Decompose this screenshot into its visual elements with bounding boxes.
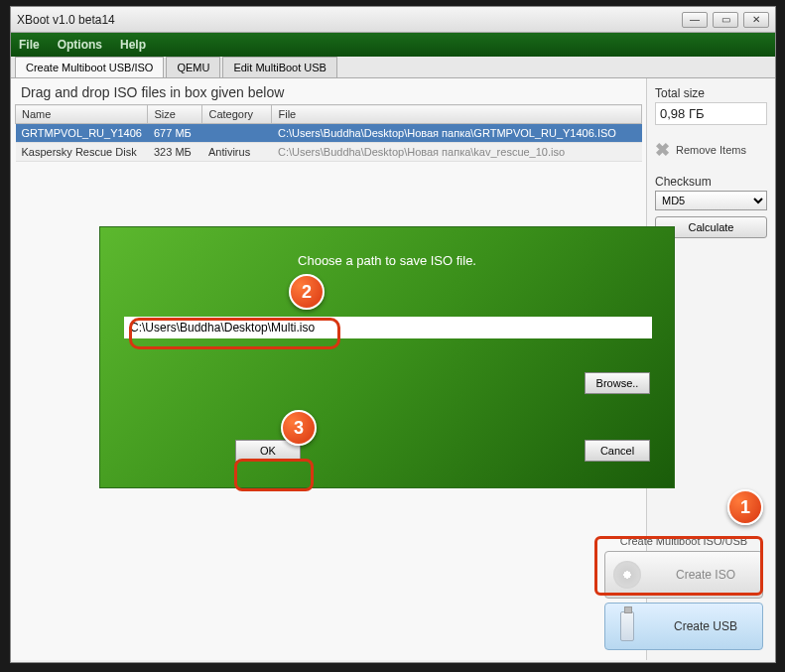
usb-icon: [605, 611, 649, 641]
cancel-button[interactable]: Cancel: [585, 440, 650, 462]
create-usb-button[interactable]: Create USB: [604, 603, 763, 650]
cell-size: 677 МБ: [148, 124, 202, 143]
cell-category: Antivirus: [202, 143, 272, 162]
table-header-row: Name Size Category File: [16, 105, 642, 124]
cell-file: C:\Users\Buddha\Desktop\Новая папка\kav_…: [272, 143, 642, 162]
col-name[interactable]: Name: [16, 105, 148, 124]
save-iso-dialog: Choose a path to save ISO file. Browse..…: [99, 226, 675, 488]
remove-items-button[interactable]: ✖ Remove Items: [655, 139, 767, 161]
step-marker-3: 3: [281, 410, 317, 446]
checksum-label: Checksum: [655, 175, 767, 189]
step-marker-1: 1: [727, 489, 763, 525]
step-marker-2: 2: [289, 274, 325, 310]
minimize-button[interactable]: —: [682, 12, 708, 28]
remove-icon: ✖: [655, 139, 670, 161]
tab-edit[interactable]: Edit MultiBoot USB: [222, 57, 337, 77]
window-buttons: — ▭ ✕: [682, 12, 769, 28]
menubar: File Options Help: [11, 33, 775, 57]
create-usb-label: Create USB: [649, 619, 762, 633]
cell-size: 323 МБ: [148, 143, 202, 162]
col-size[interactable]: Size: [148, 105, 202, 124]
table-row[interactable]: GRTMPVOL_RU_Y1406 677 МБ C:\Users\Buddha…: [16, 124, 642, 143]
total-size-value: 0,98 ГБ: [655, 102, 767, 125]
total-size-label: Total size: [655, 86, 767, 100]
cell-file: C:\Users\Buddha\Desktop\Новая папка\GRTM…: [272, 124, 642, 143]
maximize-button[interactable]: ▭: [713, 12, 738, 28]
col-file[interactable]: File: [272, 105, 642, 124]
close-button[interactable]: ✕: [743, 12, 769, 28]
dvd-icon: [605, 561, 649, 589]
window-title: XBoot v1.0 beta14: [17, 13, 682, 27]
create-iso-label: Create ISO: [649, 568, 762, 582]
remove-label: Remove Items: [676, 144, 746, 156]
table-row[interactable]: Kaspersky Rescue Disk 323 МБ Antivirus C…: [16, 143, 642, 162]
cell-name: GRTMPVOL_RU_Y1406: [16, 124, 148, 143]
tab-create[interactable]: Create Multiboot USB/ISO: [15, 57, 164, 77]
create-label: Create Multiboot ISO/USB: [600, 535, 767, 547]
browse-button[interactable]: Browse..: [585, 372, 650, 394]
create-buttons-area: Create Multiboot ISO/USB Create ISO Crea…: [600, 535, 767, 654]
checksum-dropdown[interactable]: MD5: [655, 191, 767, 210]
tabs: Create Multiboot USB/ISO QEMU Edit Multi…: [11, 57, 775, 78]
cell-name: Kaspersky Rescue Disk: [16, 143, 148, 162]
tab-qemu[interactable]: QEMU: [166, 57, 220, 77]
menu-options[interactable]: Options: [58, 38, 102, 52]
col-category[interactable]: Category: [202, 105, 272, 124]
drag-drop-label: Drag and drop ISO files in box given bel…: [15, 82, 642, 102]
dialog-title: Choose a path to save ISO file.: [100, 227, 674, 268]
menu-file[interactable]: File: [19, 38, 40, 52]
iso-table: Name Size Category File GRTMPVOL_RU_Y140…: [15, 104, 642, 162]
menu-help[interactable]: Help: [120, 38, 146, 52]
create-iso-button[interactable]: Create ISO: [604, 551, 763, 599]
titlebar: XBoot v1.0 beta14 — ▭ ✕: [11, 7, 775, 33]
path-input[interactable]: [124, 317, 652, 338]
cell-category: [202, 124, 272, 143]
